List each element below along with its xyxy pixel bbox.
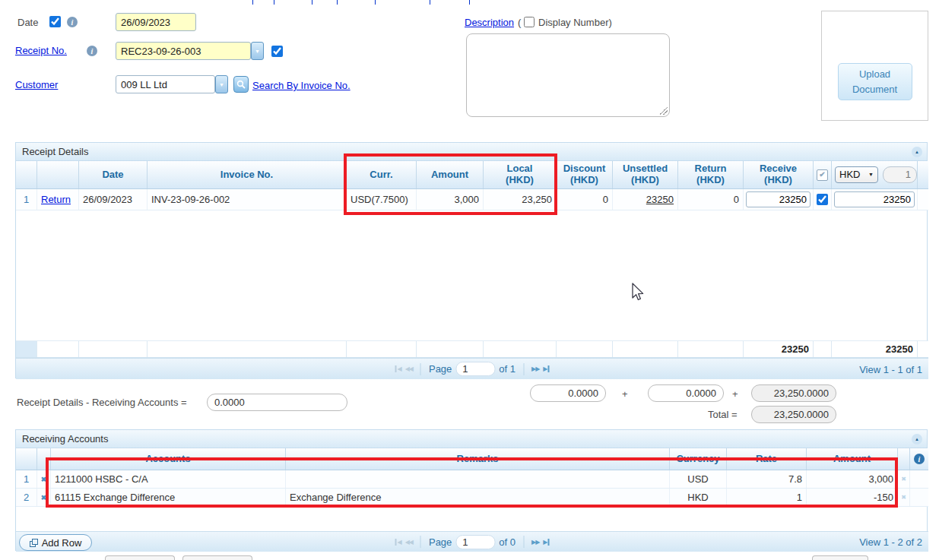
- tab-divider-tick: [274, 0, 274, 5]
- col-date-header[interactable]: Date: [79, 161, 148, 188]
- return-link[interactable]: Return: [41, 194, 71, 205]
- display-number-checkbox[interactable]: [524, 17, 535, 27]
- grid-header-row: Accounts Remarks Currency Rate Amount i: [16, 448, 928, 470]
- receive-amount2-input[interactable]: [834, 191, 915, 207]
- page-input[interactable]: [455, 362, 495, 376]
- view-range-label: View 1 - 2 of 2: [859, 536, 922, 548]
- customer-link[interactable]: Customer: [15, 79, 58, 90]
- col-rate-header[interactable]: Rate: [727, 448, 807, 470]
- date-checkbox[interactable]: [49, 16, 61, 27]
- select-all-checkbox[interactable]: ✔: [817, 169, 828, 181]
- currency-select[interactable]: HKD ▼: [835, 166, 878, 183]
- pagination-prev-button[interactable]: ◀◀: [405, 365, 413, 372]
- addend1-field: [530, 384, 606, 402]
- cell-rate[interactable]: 7.8: [727, 470, 807, 488]
- cell-date: 26/09/2023: [79, 189, 148, 210]
- date-label: Date: [17, 17, 38, 28]
- date-info-icon[interactable]: i: [67, 17, 78, 27]
- col-currency-header[interactable]: Currency: [670, 448, 727, 470]
- collapse-panel-button[interactable]: ▲: [912, 434, 922, 445]
- delete-row-icon[interactable]: ✖: [41, 494, 47, 501]
- view-range-label: View 1 - 1 of 1: [859, 363, 922, 375]
- row-action-icon[interactable]: ✖: [901, 476, 906, 482]
- receipt-no-input[interactable]: [116, 42, 251, 60]
- add-row-button[interactable]: Add Row: [19, 534, 92, 551]
- col-accounts-header[interactable]: Accounts: [51, 448, 286, 470]
- receipt-no-link[interactable]: Receipt No.: [15, 45, 67, 56]
- search-by-invoice-button[interactable]: [233, 76, 249, 93]
- receipt-no-info-icon[interactable]: i: [87, 46, 97, 56]
- description-textarea[interactable]: [466, 33, 670, 117]
- cell-amount[interactable]: 3,000: [807, 470, 898, 488]
- col-local-header[interactable]: Local (HKD): [484, 161, 557, 188]
- receipt-no-dropdown-button[interactable]: ▼: [251, 42, 264, 60]
- col-receive2-header: HKD ▼ 1: [832, 161, 918, 188]
- footer-receive-total: 23250: [744, 341, 814, 357]
- cell-rate[interactable]: 1: [727, 489, 807, 506]
- cut-off-button[interactable]: [812, 555, 868, 560]
- pagination-next-button[interactable]: ▶▶: [531, 539, 539, 546]
- col-currency-header[interactable]: Curr.: [347, 161, 417, 188]
- col-action-header: [898, 448, 910, 470]
- cell-remarks[interactable]: [286, 470, 670, 488]
- col-remarks-header[interactable]: Remarks: [286, 448, 670, 470]
- chevron-down-icon: ▼: [868, 172, 874, 178]
- cell-account[interactable]: 61115 Exchange Difference: [51, 489, 286, 506]
- row-action-icon[interactable]: ✖: [901, 494, 906, 501]
- panel-title: Receiving Accounts: [22, 433, 108, 445]
- pagination-last-button[interactable]: ▶: [543, 365, 549, 372]
- pagination-prev-button[interactable]: ◀◀: [405, 539, 413, 546]
- cell-invoice-no: INV-23-09-26-002: [148, 189, 347, 210]
- tab-divider-tick: [430, 0, 430, 5]
- upload-document-button[interactable]: Upload Document: [838, 63, 912, 100]
- mouse-cursor-icon: [631, 283, 645, 302]
- col-amount-header[interactable]: Amount: [807, 448, 898, 470]
- receive-amount-input[interactable]: [746, 191, 811, 207]
- date-input[interactable]: [116, 13, 196, 31]
- pagination-first-button[interactable]: ◀: [395, 539, 401, 546]
- tab-divider-tick: [469, 0, 470, 5]
- plus-sign: +: [622, 388, 628, 400]
- pagination-separator: [420, 363, 421, 375]
- col-discount-header[interactable]: Discount (HKD): [557, 161, 613, 188]
- pagination-first-button[interactable]: ◀: [395, 365, 401, 372]
- collapse-panel-button[interactable]: ▲: [912, 147, 922, 157]
- collapse-arrow-icon: ▲: [915, 430, 919, 448]
- row-select-checkbox[interactable]: [817, 194, 828, 205]
- info-icon[interactable]: i: [914, 454, 925, 464]
- add-row-icon: [30, 539, 38, 547]
- delete-row-icon[interactable]: ✖: [41, 476, 47, 483]
- col-return-header: [37, 161, 79, 188]
- receiving-accounts-panel: Receiving Accounts ▲ Accounts Remarks Cu…: [15, 429, 928, 551]
- grid-header-row: Date Invoice No. Curr. Amount Local (HKD…: [16, 161, 928, 189]
- col-info-header: i: [910, 448, 928, 470]
- cut-off-button[interactable]: [182, 555, 252, 560]
- col-return-amt-header[interactable]: Return (HKD): [678, 161, 744, 188]
- reconcile-label: Receipt Details - Receiving Accounts =: [17, 397, 187, 408]
- pagination-last-button[interactable]: ▶: [543, 539, 549, 546]
- receipt-details-title-bar: Receipt Details ▲: [16, 143, 927, 161]
- collapse-arrow-icon: ▲: [915, 143, 919, 161]
- cell-remarks[interactable]: Exchange Difference: [286, 489, 670, 506]
- col-receive-header[interactable]: Receive (HKD): [744, 161, 814, 188]
- addend3-field: [751, 384, 836, 402]
- add-row-label: Add Row: [42, 537, 82, 549]
- cell-amount[interactable]: -150: [807, 489, 898, 506]
- col-invoice-header[interactable]: Invoice No.: [148, 161, 347, 188]
- col-unsettled-header[interactable]: Unsettled (HKD): [613, 161, 678, 188]
- reconcile-input[interactable]: [207, 394, 347, 411]
- search-by-invoice-link[interactable]: Search By Invoice No.: [252, 80, 351, 91]
- panel-title: Receipt Details: [22, 146, 88, 157]
- col-amount-header[interactable]: Amount: [417, 161, 484, 188]
- receipt-no-confirm-checkbox[interactable]: [271, 46, 283, 57]
- customer-dropdown-button[interactable]: ▼: [215, 75, 228, 93]
- cut-off-button[interactable]: [105, 555, 175, 560]
- unsettled-link[interactable]: 23250: [646, 194, 674, 205]
- pagination-next-button[interactable]: ▶▶: [531, 365, 539, 372]
- description-link[interactable]: Description: [465, 17, 514, 28]
- upload-document-panel: Upload Document: [821, 11, 928, 121]
- customer-input[interactable]: [116, 75, 215, 93]
- page-input[interactable]: [455, 535, 495, 549]
- cell-account[interactable]: 1211000 HSBC - C/A: [51, 470, 286, 488]
- plus-sign: +: [732, 388, 738, 400]
